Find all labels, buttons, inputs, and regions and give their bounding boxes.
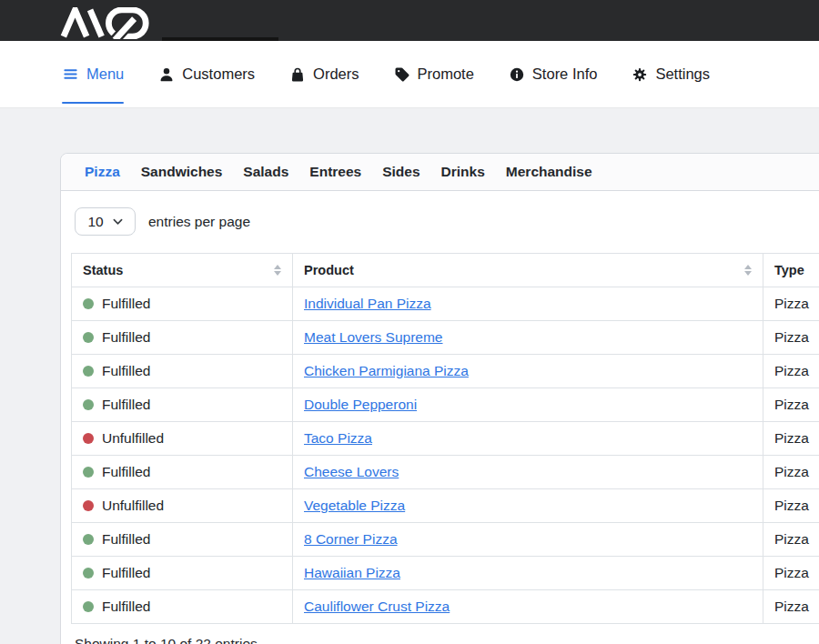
tab-sides[interactable]: Sides (382, 164, 420, 180)
product-link[interactable]: Hawaiian Pizza (304, 565, 400, 580)
status-dot-icon (83, 467, 94, 478)
table-row: Fulfilled Chicken Parmigiana Pizza Pizza (72, 355, 819, 388)
status-label: Fulfilled (102, 565, 150, 581)
app-screen: Menu Customers Orders Promote Store Info (0, 0, 819, 644)
nav-item-store-info[interactable]: Store Info (509, 41, 598, 107)
type-cell: Pizza (763, 321, 819, 355)
topbar (0, 0, 819, 41)
bag-icon (289, 66, 306, 83)
product-cell: Taco Pizza (293, 422, 763, 456)
nav-item-settings[interactable]: Settings (632, 41, 710, 107)
sort-icon[interactable] (274, 265, 281, 276)
table-row: Unfulfilled Vegetable Pizza Pizza (72, 489, 819, 523)
table-header-row: Status Product (72, 254, 819, 287)
product-cell: 8 Corner Pizza (293, 523, 763, 557)
product-link[interactable]: Cheese Lovers (304, 464, 399, 479)
column-header-product[interactable]: Product (293, 254, 763, 287)
tab-drinks[interactable]: Drinks (441, 164, 485, 180)
status-dot-icon (83, 332, 94, 343)
product-link[interactable]: Chicken Parmigiana Pizza (304, 363, 469, 378)
table-row: Fulfilled Cauliflower Crust Pizza Pizza (72, 590, 819, 624)
product-link[interactable]: Double Pepperoni (304, 397, 417, 412)
column-header-type[interactable]: Type (763, 254, 819, 287)
status-label: Fulfilled (102, 329, 150, 346)
product-link[interactable]: Meat Lovers Supreme (304, 329, 443, 345)
table-row: Fulfilled Double Pepperoni Pizza (72, 388, 819, 422)
type-cell: Pizza (763, 456, 819, 489)
product-cell: Meat Lovers Supreme (293, 321, 763, 355)
info-icon (509, 66, 525, 83)
nav-item-orders[interactable]: Orders (289, 41, 359, 107)
product-cell: Cauliflower Crust Pizza (293, 590, 763, 624)
tab-entrees[interactable]: Entrees (309, 164, 361, 180)
hamburger-icon (62, 65, 79, 83)
table-row: Fulfilled 8 Corner Pizza Pizza (72, 523, 819, 557)
nav-item-label: Orders (313, 65, 359, 83)
sort-icon[interactable] (744, 265, 752, 276)
nav-item-menu[interactable]: Menu (62, 41, 124, 107)
status-dot-icon (83, 298, 94, 309)
tab-salads[interactable]: Salads (243, 164, 288, 180)
menu-card: Pizza Sandwiches Salads Entrees Sides Dr… (60, 153, 819, 644)
gear-icon (632, 66, 648, 83)
status-label: Unfulfilled (102, 498, 164, 514)
category-tabs: Pizza Sandwiches Salads Entrees Sides Dr… (61, 154, 819, 191)
nav-item-label: Settings (655, 65, 710, 83)
primary-nav: Menu Customers Orders Promote Store Info (0, 41, 819, 108)
type-cell: Pizza (763, 523, 819, 557)
tag-icon (394, 66, 410, 83)
product-cell: Hawaiian Pizza (293, 557, 763, 590)
column-label: Type (774, 263, 804, 277)
status-cell: Fulfilled (72, 557, 293, 590)
table-row: Fulfilled Individual Pan Pizza Pizza (72, 287, 819, 321)
type-cell: Pizza (763, 287, 819, 321)
status-cell: Fulfilled (72, 590, 293, 624)
status-cell: Fulfilled (72, 388, 293, 422)
table-body: Fulfilled Individual Pan Pizza Pizza Ful… (72, 287, 819, 624)
type-cell: Pizza (763, 489, 819, 523)
tab-merchandise[interactable]: Merchandise (506, 164, 592, 180)
type-cell: Pizza (763, 355, 819, 388)
status-label: Fulfilled (102, 464, 150, 480)
table-row: Fulfilled Hawaiian Pizza Pizza (72, 557, 819, 590)
page-size-select[interactable]: 10 (75, 207, 136, 236)
status-cell: Fulfilled (72, 456, 293, 489)
person-icon (158, 66, 175, 83)
product-cell: Chicken Parmigiana Pizza (293, 355, 763, 388)
status-label: Fulfilled (102, 296, 150, 312)
type-cell: Pizza (763, 590, 819, 624)
status-cell: Fulfilled (72, 321, 293, 355)
products-table: Status Product (71, 253, 819, 624)
entries-summary: Showing 1 to 10 of 22 entries (75, 636, 819, 644)
product-link[interactable]: Vegetable Pizza (304, 498, 405, 513)
tab-pizza[interactable]: Pizza (85, 164, 120, 180)
product-link[interactable]: 8 Corner Pizza (304, 531, 398, 547)
nav-item-label: Menu (86, 65, 124, 83)
nav-item-label: Promote (418, 65, 474, 83)
table-row: Unfulfilled Taco Pizza Pizza (72, 422, 819, 456)
nav-item-promote[interactable]: Promote (394, 41, 474, 107)
brand-logo-icon[interactable] (60, 7, 152, 39)
nav-item-label: Customers (182, 65, 255, 83)
column-label: Product (304, 263, 354, 277)
status-dot-icon (83, 601, 94, 612)
tab-sandwiches[interactable]: Sandwiches (141, 164, 223, 180)
page-size-value: 10 (87, 214, 103, 230)
product-link[interactable]: Cauliflower Crust Pizza (304, 599, 450, 614)
status-cell: Fulfilled (72, 523, 293, 557)
type-cell: Pizza (763, 388, 819, 422)
status-dot-icon (83, 399, 94, 410)
product-link[interactable]: Individual Pan Pizza (304, 296, 431, 311)
product-link[interactable]: Taco Pizza (304, 430, 372, 446)
status-cell: Unfulfilled (72, 489, 293, 523)
status-cell: Fulfilled (72, 287, 293, 321)
nav-item-customers[interactable]: Customers (158, 41, 255, 107)
product-cell: Cheese Lovers (293, 456, 763, 489)
status-label: Fulfilled (102, 531, 150, 548)
status-dot-icon (83, 433, 94, 444)
status-label: Fulfilled (102, 599, 150, 615)
status-dot-icon (83, 500, 94, 511)
column-header-status[interactable]: Status (72, 254, 293, 287)
product-cell: Double Pepperoni (293, 388, 763, 422)
status-label: Fulfilled (102, 363, 150, 379)
